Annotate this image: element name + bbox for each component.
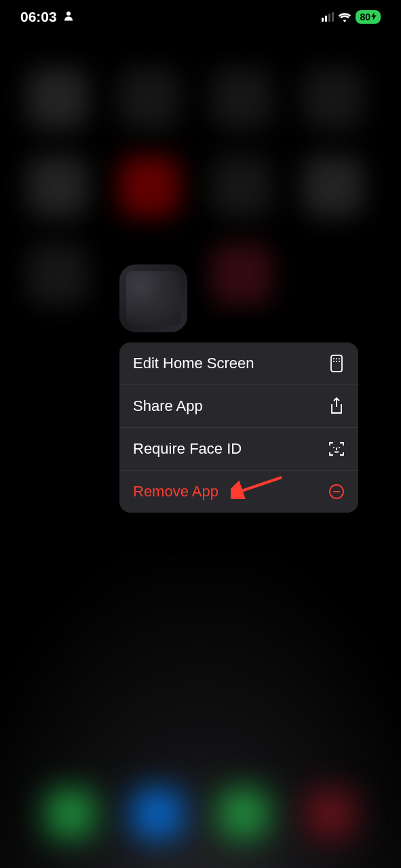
profile-icon (62, 9, 75, 24)
menu-item-remove-app[interactable]: Remove App (119, 471, 358, 513)
svg-rect-1 (331, 355, 342, 372)
svg-point-2 (333, 358, 335, 359)
menu-item-edit-home-screen[interactable]: Edit Home Screen (119, 342, 358, 385)
app-context-menu: Edit Home Screen Share App Require Face … (119, 342, 358, 513)
svg-point-0 (66, 12, 71, 16)
svg-point-8 (333, 447, 335, 448)
menu-item-label: Require Face ID (133, 440, 242, 458)
dock-app-icon (303, 787, 358, 841)
cellular-signal-icon (322, 12, 334, 22)
share-icon (328, 398, 345, 414)
battery-percent: 80 (360, 12, 370, 22)
menu-item-label: Edit Home Screen (133, 355, 254, 372)
svg-point-3 (336, 358, 337, 359)
status-bar-left: 06:03 (20, 9, 75, 25)
battery-indicator: 80 (356, 10, 381, 24)
svg-point-4 (339, 358, 340, 359)
minus-circle-icon (328, 484, 345, 500)
svg-point-5 (333, 361, 335, 362)
menu-item-label: Remove App (133, 483, 218, 500)
phone-grid-icon (328, 355, 345, 372)
status-time: 06:03 (20, 9, 57, 25)
app-icon-content (126, 271, 180, 326)
status-bar-right: 80 (322, 10, 381, 24)
menu-item-share-app[interactable]: Share App (119, 385, 358, 428)
svg-point-9 (339, 447, 340, 448)
wifi-icon (338, 12, 351, 22)
menu-item-require-face-id[interactable]: Require Face ID (119, 428, 358, 471)
dock-app-icon (43, 787, 98, 841)
dock-blurred (14, 773, 387, 854)
menu-item-label: Share App (133, 397, 203, 415)
svg-point-6 (336, 361, 337, 362)
focused-app-icon[interactable] (119, 264, 187, 332)
svg-point-7 (339, 361, 340, 362)
status-bar: 06:03 80 (0, 0, 401, 34)
home-screen-apps-blurred (0, 68, 401, 305)
face-id-icon (328, 441, 345, 457)
dock-app-icon (130, 787, 185, 841)
dock-app-icon (216, 787, 271, 841)
charging-bolt-icon (371, 12, 377, 22)
